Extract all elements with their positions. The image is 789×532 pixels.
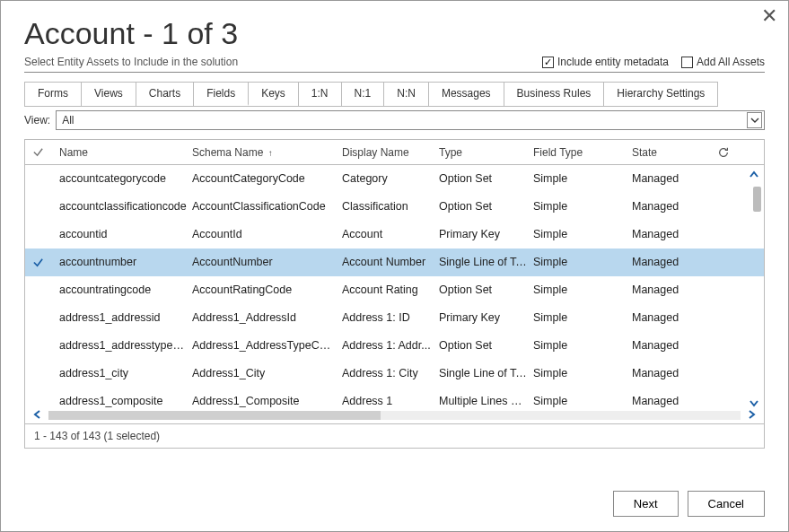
- table-row[interactable]: accountnumberAccountNumberAccount Number…: [25, 249, 764, 276]
- cell-state: Managed: [632, 256, 713, 268]
- table-row[interactable]: accountratingcodeAccountRatingCodeAccoun…: [25, 276, 764, 304]
- row-checkbox[interactable]: [25, 257, 50, 268]
- vertical-scrollbar-thumb[interactable]: [753, 187, 761, 212]
- column-header-schema-label: Schema Name: [192, 146, 263, 159]
- view-selected-value: All: [62, 114, 74, 126]
- cell-schema: Address1_AddressId: [192, 311, 342, 324]
- close-icon[interactable]: ✕: [761, 6, 777, 26]
- table-row[interactable]: accountidAccountIdAccountPrimary KeySimp…: [25, 221, 764, 249]
- cell-schema: AccountNumber: [192, 256, 342, 268]
- tab-hierarchy-settings[interactable]: Hierarchy Settings: [604, 83, 717, 106]
- cell-state: Managed: [632, 395, 713, 407]
- scroll-left-icon[interactable]: [32, 408, 43, 423]
- tabs: FormsViewsChartsFieldsKeys1:NN:1N:NMessa…: [24, 82, 718, 107]
- tab-n-1[interactable]: N:1: [342, 83, 385, 106]
- table-row[interactable]: accountclassificationcodeAccountClassifi…: [25, 193, 764, 221]
- cell-state: Managed: [632, 283, 713, 296]
- cell-state: Managed: [632, 172, 713, 185]
- cell-state: Managed: [632, 339, 713, 352]
- column-header-display[interactable]: Display Name: [342, 146, 439, 159]
- cell-name: address1_addressid: [50, 311, 192, 324]
- horizontal-scrollbar: [25, 407, 764, 423]
- cell-name: accountnumber: [50, 256, 192, 268]
- cell-name: accountcategorycode: [50, 172, 192, 185]
- header-checks: Include entity metadata Add All Assets: [542, 56, 765, 68]
- cell-type: Multiple Lines of...: [439, 395, 533, 407]
- checkbox-icon: [542, 57, 554, 68]
- cell-field-type: Simple: [533, 367, 632, 379]
- cell-field-type: Simple: [533, 339, 632, 352]
- cell-state: Managed: [632, 228, 713, 240]
- cell-display: Account Number: [342, 256, 439, 268]
- view-row: View: All: [24, 110, 765, 130]
- cell-display: Account Rating: [342, 283, 439, 296]
- cell-field-type: Simple: [533, 228, 632, 240]
- cell-schema: AccountCategoryCode: [192, 172, 342, 185]
- cell-name: address1_composite: [50, 395, 192, 407]
- cell-state: Managed: [632, 311, 713, 324]
- grid-rows: accountcategorycodeAccountCategoryCodeCa…: [25, 165, 764, 407]
- cell-type: Option Set: [439, 283, 533, 296]
- cell-field-type: Simple: [533, 172, 632, 185]
- cell-display: Address 1: ID: [342, 311, 439, 324]
- tab-messages[interactable]: Messages: [429, 83, 504, 106]
- column-header-state[interactable]: State: [632, 146, 713, 159]
- tab-1-n[interactable]: 1:N: [299, 83, 342, 106]
- subtitle-row: Select Entity Assets to Include in the s…: [24, 56, 765, 73]
- add-all-assets-checkbox[interactable]: Add All Assets: [681, 56, 765, 68]
- grid: Name Schema Name ↑ Display Name Type Fie…: [24, 139, 765, 449]
- cell-schema: Address1_City: [192, 367, 342, 379]
- next-button[interactable]: Next: [613, 491, 679, 517]
- cell-field-type: Simple: [533, 395, 632, 407]
- tab-fields[interactable]: Fields: [194, 83, 249, 106]
- column-header-schema[interactable]: Schema Name ↑: [192, 146, 342, 159]
- checkbox-icon: [681, 57, 693, 68]
- cell-field-type: Simple: [533, 283, 632, 296]
- sort-ascending-icon: ↑: [268, 148, 273, 158]
- cell-state: Managed: [632, 367, 713, 379]
- cell-type: Single Line of Text: [439, 367, 533, 379]
- cell-display: Address 1: City: [342, 367, 439, 379]
- cell-schema: AccountId: [192, 228, 342, 240]
- tab-charts[interactable]: Charts: [136, 83, 194, 106]
- select-all-checkbox[interactable]: [25, 146, 50, 158]
- cell-display: Address 1: [342, 395, 439, 407]
- scroll-up-icon[interactable]: [748, 169, 760, 184]
- include-metadata-checkbox[interactable]: Include entity metadata: [542, 56, 669, 68]
- table-row[interactable]: accountcategorycodeAccountCategoryCodeCa…: [25, 165, 764, 193]
- cancel-button[interactable]: Cancel: [688, 491, 765, 517]
- column-header-name[interactable]: Name: [50, 146, 192, 159]
- tab-business-rules[interactable]: Business Rules: [504, 83, 605, 106]
- table-row[interactable]: address1_addressidAddress1_AddressIdAddr…: [25, 304, 764, 332]
- cell-schema: AccountClassificationCode: [192, 200, 342, 213]
- tab-n-n[interactable]: N:N: [384, 83, 429, 106]
- scroll-down-icon[interactable]: [748, 397, 760, 412]
- content: Account - 1 of 3 Select Entity Assets to…: [1, 1, 788, 449]
- cell-name: accountratingcode: [50, 283, 192, 296]
- table-row[interactable]: address1_addresstypecodeAddress1_Address…: [25, 332, 764, 360]
- cell-type: Single Line of Text: [439, 256, 533, 268]
- footer: Next Cancel: [613, 491, 765, 517]
- tab-views[interactable]: Views: [82, 83, 136, 106]
- table-row[interactable]: address1_compositeAddress1_CompositeAddr…: [25, 388, 764, 407]
- page-title: Account - 1 of 3: [24, 17, 765, 50]
- cell-state: Managed: [632, 200, 713, 213]
- column-header-type[interactable]: Type: [439, 146, 533, 159]
- column-header-field-type[interactable]: Field Type: [533, 146, 632, 159]
- cell-type: Option Set: [439, 339, 533, 352]
- cell-display: Account: [342, 228, 439, 240]
- dialog: ✕ Account - 1 of 3 Select Entity Assets …: [0, 0, 789, 532]
- grid-header: Name Schema Name ↑ Display Name Type Fie…: [25, 140, 764, 165]
- cell-field-type: Simple: [533, 256, 632, 268]
- view-select[interactable]: All: [56, 110, 765, 130]
- table-row[interactable]: address1_cityAddress1_CityAddress 1: Cit…: [25, 360, 764, 388]
- tab-keys[interactable]: Keys: [249, 83, 299, 106]
- horizontal-scrollbar-track[interactable]: [48, 411, 741, 420]
- refresh-icon[interactable]: [713, 146, 734, 159]
- include-metadata-label: Include entity metadata: [557, 56, 669, 68]
- cell-schema: Address1_AddressTypeCode: [192, 339, 342, 352]
- view-label: View:: [24, 114, 50, 126]
- tab-forms[interactable]: Forms: [25, 83, 82, 106]
- cell-name: address1_addresstypecode: [50, 339, 192, 352]
- cell-schema: AccountRatingCode: [192, 283, 342, 296]
